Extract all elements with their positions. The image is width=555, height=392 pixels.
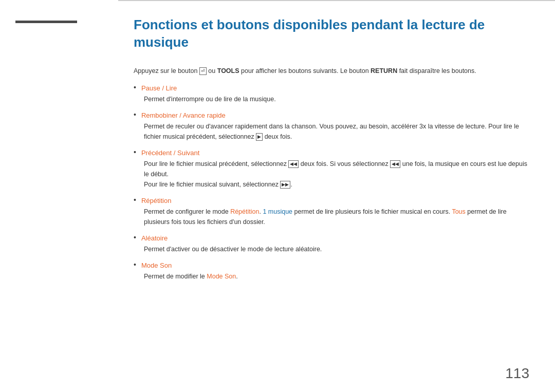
bullet-dot: • [134, 83, 136, 91]
item-title-pause: Pause / Lire [141, 84, 177, 92]
main-content: Fonctions et boutons disponibles pendant… [118, 0, 555, 392]
item-title-repetition: Répétition [141, 197, 172, 204]
intro-text: Appuyez sur le bouton ⏎ ou TOOLS pour af… [134, 66, 529, 76]
list-item-precedent: • Précédent / Suivant Pour lire le fichi… [134, 149, 529, 190]
rewind-icon2: ◀◀ [390, 160, 400, 168]
bullet-dot: • [134, 110, 136, 119]
list-item-repetition: • Répétition Permet de configurer le mod… [134, 197, 529, 227]
page-number: 113 [505, 365, 529, 382]
bullet-dot: • [134, 196, 136, 204]
item-desc-pause: Permet d'interrompre ou de lire de la mu… [144, 94, 529, 104]
sidebar [0, 0, 118, 392]
bullet-dot: • [134, 148, 136, 156]
tools-label: TOOLS [217, 67, 239, 74]
tool-icon: ⏎ [199, 67, 207, 75]
tous-ref: Tous [452, 208, 465, 215]
forward-icon: ▶▶ [280, 181, 290, 189]
page-container: Fonctions et boutons disponibles pendant… [0, 0, 555, 392]
play-icon: ▶ [256, 133, 263, 141]
item-desc-repetition: Permet de configurer le mode Répétition.… [144, 207, 529, 227]
page-title: Fonctions et boutons disponibles pendant… [134, 16, 529, 51]
mode-son-ref: Mode Son [207, 273, 236, 280]
rewind-icon: ◀◀ [288, 160, 299, 168]
list-item-aleatoire: • Aléatoire Permet d'activer ou de désac… [134, 234, 529, 254]
bullet-dot: • [134, 233, 136, 241]
repetition-ref: Répétition [230, 208, 259, 215]
item-title-aleatoire: Aléatoire [141, 234, 168, 242]
item-desc-mode-son: Permet de modifier le Mode Son. [144, 271, 529, 282]
bullet-dot: • [134, 260, 136, 269]
feature-list: • Pause / Lire Permet d'interrompre ou d… [134, 84, 529, 282]
return-label: RETURN [371, 67, 397, 74]
item-title-precedent: Précédent / Suivant [141, 149, 199, 157]
list-item-mode-son: • Mode Son Permet de modifier le Mode So… [134, 262, 529, 282]
one-music-ref: 1 musique [263, 208, 292, 215]
item-desc-precedent: Pour lire le fichier musical précédent, … [144, 159, 529, 190]
item-desc-rembobiner: Permet de reculer ou d'avancer rapidemen… [144, 121, 529, 142]
item-title-mode-son: Mode Son [141, 262, 172, 269]
item-title-rembobiner: Rembobiner / Avance rapide [141, 111, 226, 119]
sidebar-accent [15, 21, 77, 23]
list-item-pause: • Pause / Lire Permet d'interrompre ou d… [134, 84, 529, 104]
item-desc-aleatoire: Permet d'activer ou de désactiver le mod… [144, 244, 529, 254]
list-item-rembobiner: • Rembobiner / Avance rapide Permet de r… [134, 111, 529, 142]
